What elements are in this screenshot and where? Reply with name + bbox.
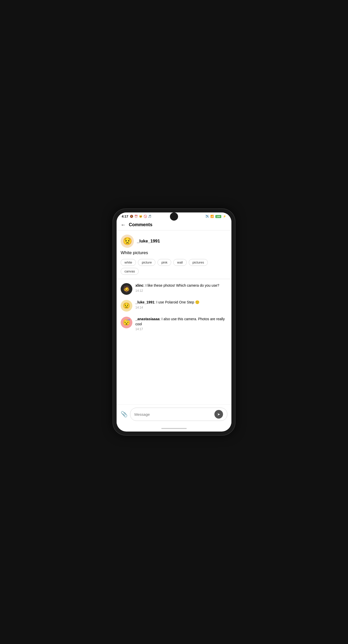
home-indicator [117,424,231,432]
tag-pill[interactable]: canvas [121,268,139,275]
back-button[interactable]: ← [121,222,126,228]
comment-username[interactable]: xlinc [135,283,144,287]
comment-text: xlinc: I like these photos! Which camera… [135,283,227,288]
comment-username[interactable]: _luke_1991 [135,300,154,304]
phone-shell: 4:17 🔕 ⏰ 🐱 🚫 🎵 ✈️ 📶 100 ⚡ ← Comments [113,209,235,435]
bolt-icon: ⚡ [223,215,226,218]
comment-avatar: 🧔 [121,283,132,295]
post-author-avatar-emoji: 😟 [123,237,132,245]
header-title: Comments [129,222,152,227]
status-left: 4:17 🔕 ⏰ 🐱 🚫 🎵 [122,214,152,218]
tag-pill[interactable]: pink [157,259,171,266]
phone-screen: 4:17 🔕 ⏰ 🐱 🚫 🎵 ✈️ 📶 100 ⚡ ← Comments [117,212,231,432]
wifi-icon: 📶 [210,215,214,218]
header: ← Comments [117,219,231,231]
status-icons: 🔕 ⏰ 🐱 🚫 🎵 [130,215,152,218]
send-icon: ➤ [217,412,220,416]
post-author-avatar: 😟 [121,235,134,248]
comment-avatar: 😟 [121,300,132,312]
comment-text: _anastasiaaaa: I also use this camera. P… [135,317,227,327]
tag-pill[interactable]: wall [173,259,186,266]
tag-pill[interactable]: white [121,259,136,266]
post-section: 😟 _luke_1991 White pictures whitepicture… [117,231,231,279]
comments-section: 🧔xlinc: I like these photos! Which camer… [117,279,231,340]
post-author-name[interactable]: _luke_1991 [137,239,160,244]
comment-body: _luke_1991: I use Polaroid One Step 🙂14:… [135,300,227,309]
music-icon: 🎵 [148,215,152,218]
tags-container: whitepicturepinkwallpicturescanvas [121,259,227,275]
attach-button[interactable]: 📎 [121,411,128,418]
battery-indicator: 100 [215,215,221,218]
tag-pill[interactable]: picture [138,259,155,266]
comment-time: 14:14 [135,306,227,309]
content-scroll: 😟 _luke_1991 White pictures whitepicture… [117,231,231,404]
airplane-icon: ✈️ [205,215,209,218]
comment-time: 14:17 [135,327,227,331]
comment-item: 😴_anastasiaaaa: I also use this camera. … [121,317,227,331]
comment-time: 14:12 [135,289,227,293]
comment-avatar: 😴 [121,317,132,328]
post-title: White pictures [121,250,227,255]
tag-pill[interactable]: pictures [189,259,208,266]
comment-username[interactable]: _anastasiaaaa [135,317,160,321]
comment-item: 🧔xlinc: I like these photos! Which camer… [121,283,227,295]
alarm-icon: ⏰ [134,215,138,218]
comment-body: _anastasiaaaa: I also use this camera. P… [135,317,227,331]
mute-icon: 🔕 [130,215,133,218]
bottom-bar: 📎 ➤ [117,404,231,424]
camera-notch [170,212,178,221]
message-input-wrap: ➤ [130,408,227,421]
message-input[interactable] [134,412,214,417]
send-button[interactable]: ➤ [214,410,223,419]
comment-item: 😟_luke_1991: I use Polaroid One Step 🙂14… [121,300,227,312]
status-time: 4:17 [122,214,128,218]
comment-text: _luke_1991: I use Polaroid One Step 🙂 [135,300,227,305]
extra-icon1: 🐱 [139,215,143,218]
home-bar [161,428,187,429]
comment-body: xlinc: I like these photos! Which camera… [135,283,227,293]
status-right: ✈️ 📶 100 ⚡ [205,215,226,218]
post-author-row: 😟 _luke_1991 [121,235,227,248]
no-icon: 🚫 [144,215,147,218]
